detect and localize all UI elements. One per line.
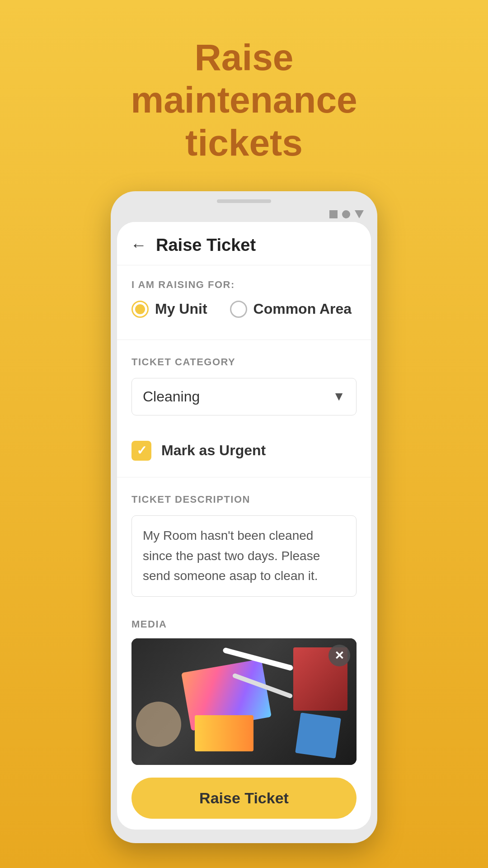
dropdown-arrow-icon: ▼ (333, 389, 345, 404)
radio-group: My Unit Common Area (131, 301, 357, 318)
media-image-wrapper: ✕ (131, 638, 357, 765)
media-bg (131, 638, 357, 765)
phone-device: ← Raise Ticket I AM RAISING FOR: My Unit… (111, 191, 377, 843)
radio-common-area-outer (230, 301, 247, 318)
media-item-pad (195, 715, 253, 751)
media-item-box (295, 712, 341, 759)
status-circle-icon (342, 210, 350, 218)
ticket-description-label: TICKET DESCRIPTION (131, 494, 357, 505)
ticket-description-section: TICKET DESCRIPTION My Room hasn't been c… (117, 481, 371, 609)
phone-screen: ← Raise Ticket I AM RAISING FOR: My Unit… (117, 222, 371, 830)
media-label: MEDIA (131, 618, 357, 630)
radio-common-area-label: Common Area (253, 301, 352, 317)
radio-my-unit-label: My Unit (155, 301, 207, 317)
close-icon: ✕ (334, 650, 344, 661)
radio-common-area[interactable]: Common Area (230, 301, 352, 318)
status-bar (117, 208, 371, 220)
description-textarea[interactable]: My Room hasn't been cleaned since the pa… (131, 515, 357, 597)
media-section: MEDIA ✕ (117, 609, 371, 765)
divider-1 (117, 340, 371, 340)
media-close-button[interactable]: ✕ (328, 645, 350, 666)
raising-for-section: I AM RAISING FOR: My Unit Common Area (117, 265, 371, 336)
screen-title: Raise Ticket (156, 236, 256, 255)
divider-2 (117, 477, 371, 477)
page-background-title: Raise maintenance tickets (86, 36, 402, 164)
media-item-round (136, 702, 181, 747)
category-dropdown-value: Cleaning (143, 388, 200, 405)
description-text: My Room hasn't been cleaned since the pa… (143, 528, 320, 583)
media-image-canvas (131, 638, 357, 765)
checkbox-box: ✓ (131, 441, 151, 461)
radio-my-unit[interactable]: My Unit (131, 301, 207, 318)
ticket-category-label: TICKET CATEGORY (131, 356, 357, 368)
category-dropdown[interactable]: Cleaning ▼ (131, 378, 357, 415)
urgent-checkbox-row[interactable]: ✓ Mark as Urgent (117, 428, 371, 473)
back-button[interactable]: ← (131, 236, 147, 255)
phone-notch (217, 199, 271, 203)
ticket-category-section: TICKET CATEGORY Cleaning ▼ (117, 344, 371, 428)
checkmark-icon: ✓ (136, 443, 147, 458)
raise-ticket-button[interactable]: Raise Ticket (131, 778, 357, 819)
status-square-icon (329, 210, 338, 218)
app-header: ← Raise Ticket (117, 222, 371, 265)
radio-my-unit-inner (135, 304, 145, 314)
raising-for-label: I AM RAISING FOR: (131, 279, 357, 291)
status-triangle-icon (355, 210, 364, 218)
urgent-label: Mark as Urgent (161, 442, 266, 459)
radio-my-unit-outer (131, 301, 149, 318)
